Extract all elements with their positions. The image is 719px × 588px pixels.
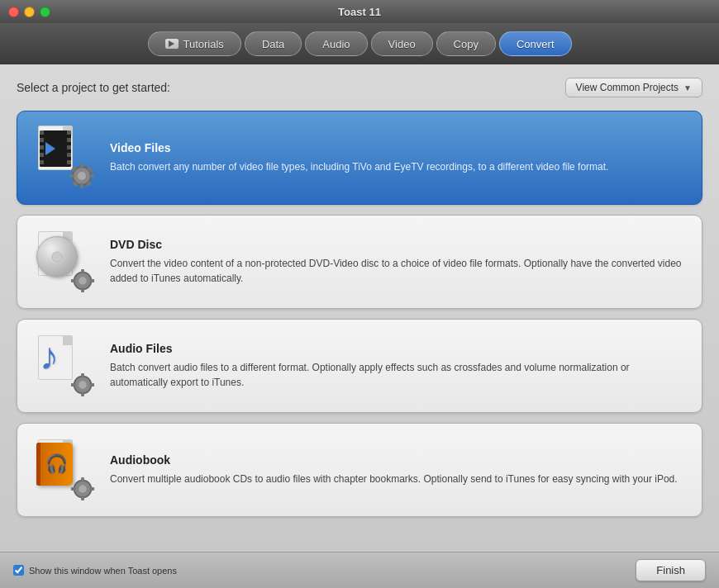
svg-point-1	[78, 172, 86, 180]
header-label: Select a project to get started:	[17, 81, 170, 94]
svg-rect-26	[71, 487, 76, 491]
show-window-label: Show this window when Toast opens	[29, 566, 177, 576]
bottom-bar: Show this window when Toast opens Finish	[0, 552, 719, 588]
audio-files-icon: ♪	[31, 334, 96, 398]
tab-video-label: Video	[388, 38, 416, 50]
video-files-icon-area	[31, 125, 97, 191]
tab-video[interactable]: Video	[371, 31, 433, 56]
window-title: Toast 11	[338, 6, 381, 18]
tab-audio-label: Audio	[322, 38, 350, 50]
svg-rect-13	[81, 287, 84, 292]
svg-rect-25	[81, 496, 84, 500]
window-controls[interactable]	[8, 7, 50, 17]
svg-rect-12	[81, 269, 84, 274]
svg-point-17	[79, 381, 86, 388]
dvd-disc-desc: Convert the video content of a non-prote…	[110, 256, 688, 286]
tab-data-label: Data	[262, 38, 284, 50]
tab-copy-label: Copy	[454, 38, 479, 50]
project-card-video-files[interactable]: Video Files Batch convert any number of …	[17, 111, 702, 205]
svg-rect-5	[89, 174, 94, 178]
show-window-checkbox-label[interactable]: Show this window when Toast opens	[13, 565, 177, 576]
tab-copy[interactable]: Copy	[436, 31, 496, 56]
dvd-disc-text: DVD Disc Convert the video content of a …	[110, 238, 688, 286]
audio-files-icon-area: ♪	[31, 333, 97, 399]
audiobook-icon: 🎧	[31, 438, 96, 502]
audiobook-title: Audiobook	[110, 453, 688, 467]
view-common-projects-button[interactable]: View Common Projects ▼	[565, 78, 702, 97]
tab-convert-label: Convert	[517, 38, 555, 50]
tab-convert[interactable]: Convert	[499, 31, 572, 56]
view-common-projects-label: View Common Projects	[576, 82, 679, 93]
audio-files-text: Audio Files Batch convert audio files to…	[110, 342, 688, 390]
finish-button[interactable]: Finish	[636, 559, 706, 581]
svg-rect-18	[81, 373, 84, 378]
video-files-text: Video Files Batch convert any number of …	[110, 141, 688, 174]
svg-rect-27	[89, 487, 94, 491]
svg-point-11	[79, 277, 86, 284]
title-bar: Toast 11	[0, 0, 719, 23]
main-content: Select a project to get started: View Co…	[0, 64, 719, 552]
dvd-disc-icon	[31, 230, 96, 294]
tab-tutorials-label: Tutorials	[183, 38, 224, 50]
video-files-title: Video Files	[110, 141, 688, 154]
audiobook-text: Audiobook Convert multiple audiobook CDs…	[110, 453, 688, 486]
audio-gear-icon	[69, 372, 96, 398]
show-window-checkbox[interactable]	[13, 565, 24, 576]
svg-point-23	[79, 485, 86, 492]
tab-tutorials[interactable]: Tutorials	[148, 31, 241, 56]
tab-bar: Tutorials Data Audio Video Copy Convert	[0, 23, 719, 64]
close-button[interactable]	[8, 7, 19, 17]
gear-icon	[68, 162, 96, 190]
svg-rect-3	[80, 183, 83, 188]
dvd-disc-title: DVD Disc	[110, 238, 688, 251]
svg-rect-19	[81, 391, 84, 396]
audiobook-desc: Convert multiple audiobook CDs to audio …	[110, 472, 688, 486]
dvd-gear-icon	[69, 268, 96, 294]
tutorials-icon	[165, 39, 179, 49]
project-card-audiobook[interactable]: 🎧 Audiobook Convert multiple audiobook C…	[17, 423, 702, 517]
audio-files-title: Audio Files	[110, 342, 688, 355]
audiobook-gear-icon	[69, 476, 96, 502]
svg-rect-4	[69, 174, 74, 178]
video-files-icon	[31, 126, 96, 190]
maximize-button[interactable]	[40, 7, 50, 17]
svg-rect-15	[89, 279, 94, 282]
dvd-disc-icon-area	[31, 229, 97, 295]
header-row: Select a project to get started: View Co…	[17, 78, 702, 97]
svg-rect-14	[71, 279, 76, 282]
dropdown-arrow-icon: ▼	[683, 83, 692, 92]
minimize-button[interactable]	[24, 7, 35, 17]
tab-data[interactable]: Data	[245, 31, 302, 56]
svg-rect-21	[89, 383, 94, 386]
tab-audio[interactable]: Audio	[305, 31, 367, 56]
audiobook-icon-area: 🎧	[31, 437, 97, 503]
svg-rect-2	[80, 164, 83, 168]
svg-rect-24	[81, 477, 84, 482]
project-card-audio-files[interactable]: ♪ Audio Files Batch convert audio files …	[17, 319, 702, 413]
video-files-desc: Batch convert any number of video file t…	[110, 159, 688, 174]
audio-files-desc: Batch convert audio files to a different…	[110, 360, 688, 390]
svg-rect-20	[71, 383, 76, 386]
project-card-dvd-disc[interactable]: DVD Disc Convert the video content of a …	[17, 215, 702, 309]
